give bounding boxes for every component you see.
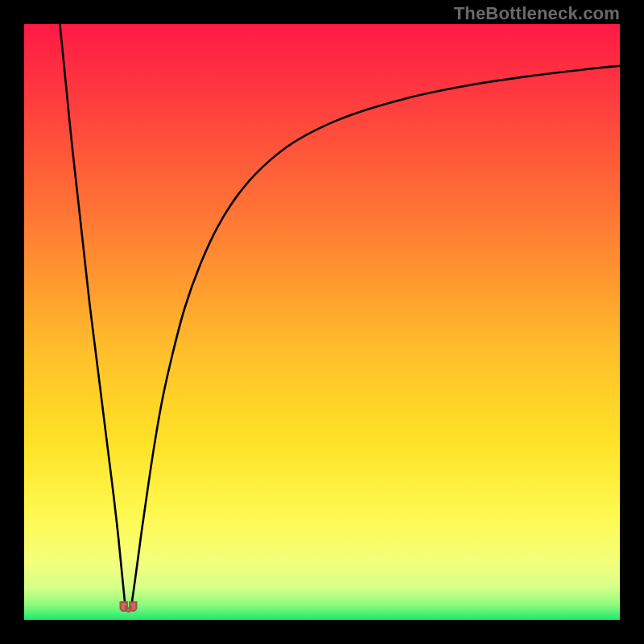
chart-frame: TheBottleneck.com <box>0 0 644 644</box>
watermark-text: TheBottleneck.com <box>454 3 620 24</box>
curve-right-branch <box>132 66 620 602</box>
curve-left-branch <box>60 24 125 602</box>
plot-area <box>24 24 620 620</box>
curve-layer <box>24 24 620 620</box>
notch-marker <box>121 602 137 612</box>
